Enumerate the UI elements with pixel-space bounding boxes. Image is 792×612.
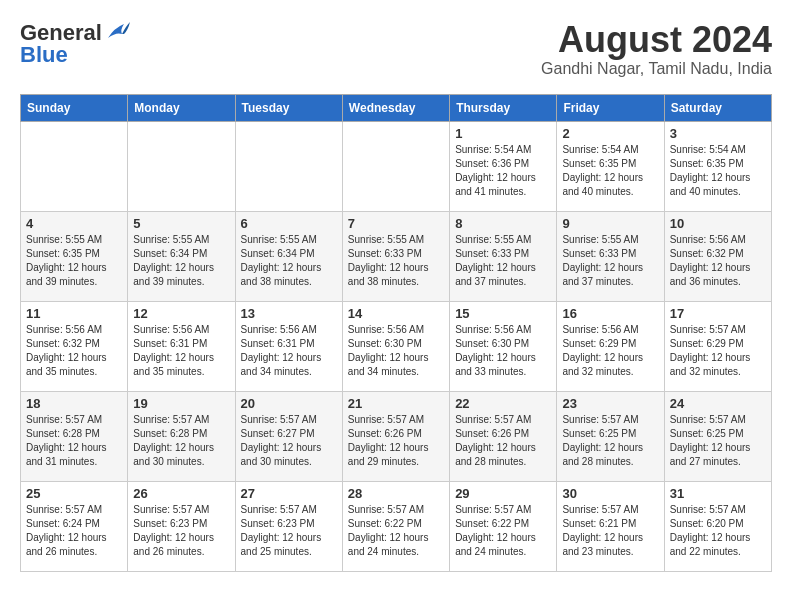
day-info: Sunrise: 5:57 AM Sunset: 6:22 PM Dayligh… <box>455 503 551 559</box>
day-number: 26 <box>133 486 229 501</box>
day-info: Sunrise: 5:57 AM Sunset: 6:29 PM Dayligh… <box>670 323 766 379</box>
calendar-cell: 11Sunrise: 5:56 AM Sunset: 6:32 PM Dayli… <box>21 301 128 391</box>
calendar-cell <box>235 121 342 211</box>
day-info: Sunrise: 5:56 AM Sunset: 6:32 PM Dayligh… <box>670 233 766 289</box>
calendar-cell: 24Sunrise: 5:57 AM Sunset: 6:25 PM Dayli… <box>664 391 771 481</box>
col-header-wednesday: Wednesday <box>342 94 449 121</box>
calendar-week-5: 25Sunrise: 5:57 AM Sunset: 6:24 PM Dayli… <box>21 481 772 571</box>
day-info: Sunrise: 5:55 AM Sunset: 6:34 PM Dayligh… <box>133 233 229 289</box>
day-info: Sunrise: 5:55 AM Sunset: 6:33 PM Dayligh… <box>348 233 444 289</box>
calendar-cell: 12Sunrise: 5:56 AM Sunset: 6:31 PM Dayli… <box>128 301 235 391</box>
day-number: 30 <box>562 486 658 501</box>
title-section: August 2024 Gandhi Nagar, Tamil Nadu, In… <box>541 20 772 78</box>
day-number: 10 <box>670 216 766 231</box>
day-info: Sunrise: 5:55 AM Sunset: 6:35 PM Dayligh… <box>26 233 122 289</box>
calendar-cell: 16Sunrise: 5:56 AM Sunset: 6:29 PM Dayli… <box>557 301 664 391</box>
calendar-cell <box>21 121 128 211</box>
day-number: 8 <box>455 216 551 231</box>
col-header-saturday: Saturday <box>664 94 771 121</box>
day-number: 5 <box>133 216 229 231</box>
col-header-monday: Monday <box>128 94 235 121</box>
day-info: Sunrise: 5:57 AM Sunset: 6:24 PM Dayligh… <box>26 503 122 559</box>
location: Gandhi Nagar, Tamil Nadu, India <box>541 60 772 78</box>
calendar-cell: 5Sunrise: 5:55 AM Sunset: 6:34 PM Daylig… <box>128 211 235 301</box>
day-number: 4 <box>26 216 122 231</box>
day-number: 16 <box>562 306 658 321</box>
day-number: 21 <box>348 396 444 411</box>
day-number: 31 <box>670 486 766 501</box>
day-info: Sunrise: 5:55 AM Sunset: 6:33 PM Dayligh… <box>455 233 551 289</box>
day-info: Sunrise: 5:57 AM Sunset: 6:26 PM Dayligh… <box>348 413 444 469</box>
calendar-week-2: 4Sunrise: 5:55 AM Sunset: 6:35 PM Daylig… <box>21 211 772 301</box>
day-number: 17 <box>670 306 766 321</box>
calendar-cell: 28Sunrise: 5:57 AM Sunset: 6:22 PM Dayli… <box>342 481 449 571</box>
day-info: Sunrise: 5:57 AM Sunset: 6:21 PM Dayligh… <box>562 503 658 559</box>
day-info: Sunrise: 5:57 AM Sunset: 6:23 PM Dayligh… <box>133 503 229 559</box>
logo-blue: Blue <box>20 42 68 68</box>
calendar-week-1: 1Sunrise: 5:54 AM Sunset: 6:36 PM Daylig… <box>21 121 772 211</box>
day-number: 11 <box>26 306 122 321</box>
logo-bird-icon <box>104 20 132 42</box>
day-info: Sunrise: 5:57 AM Sunset: 6:23 PM Dayligh… <box>241 503 337 559</box>
calendar-cell: 17Sunrise: 5:57 AM Sunset: 6:29 PM Dayli… <box>664 301 771 391</box>
page-header: General Blue August 2024 Gandhi Nagar, T… <box>20 20 772 78</box>
calendar-cell: 2Sunrise: 5:54 AM Sunset: 6:35 PM Daylig… <box>557 121 664 211</box>
calendar-cell: 14Sunrise: 5:56 AM Sunset: 6:30 PM Dayli… <box>342 301 449 391</box>
day-number: 27 <box>241 486 337 501</box>
day-number: 19 <box>133 396 229 411</box>
day-info: Sunrise: 5:54 AM Sunset: 6:36 PM Dayligh… <box>455 143 551 199</box>
day-number: 15 <box>455 306 551 321</box>
calendar-cell: 6Sunrise: 5:55 AM Sunset: 6:34 PM Daylig… <box>235 211 342 301</box>
calendar-cell: 7Sunrise: 5:55 AM Sunset: 6:33 PM Daylig… <box>342 211 449 301</box>
day-number: 18 <box>26 396 122 411</box>
day-number: 6 <box>241 216 337 231</box>
calendar-cell: 23Sunrise: 5:57 AM Sunset: 6:25 PM Dayli… <box>557 391 664 481</box>
calendar-cell: 10Sunrise: 5:56 AM Sunset: 6:32 PM Dayli… <box>664 211 771 301</box>
day-info: Sunrise: 5:56 AM Sunset: 6:30 PM Dayligh… <box>348 323 444 379</box>
calendar-cell: 27Sunrise: 5:57 AM Sunset: 6:23 PM Dayli… <box>235 481 342 571</box>
calendar-cell <box>342 121 449 211</box>
day-number: 14 <box>348 306 444 321</box>
calendar-cell: 9Sunrise: 5:55 AM Sunset: 6:33 PM Daylig… <box>557 211 664 301</box>
calendar-cell: 26Sunrise: 5:57 AM Sunset: 6:23 PM Dayli… <box>128 481 235 571</box>
day-info: Sunrise: 5:55 AM Sunset: 6:34 PM Dayligh… <box>241 233 337 289</box>
logo: General Blue <box>20 20 132 68</box>
day-number: 9 <box>562 216 658 231</box>
day-info: Sunrise: 5:57 AM Sunset: 6:26 PM Dayligh… <box>455 413 551 469</box>
col-header-friday: Friday <box>557 94 664 121</box>
calendar-cell: 19Sunrise: 5:57 AM Sunset: 6:28 PM Dayli… <box>128 391 235 481</box>
day-info: Sunrise: 5:54 AM Sunset: 6:35 PM Dayligh… <box>562 143 658 199</box>
day-number: 1 <box>455 126 551 141</box>
calendar-cell: 30Sunrise: 5:57 AM Sunset: 6:21 PM Dayli… <box>557 481 664 571</box>
day-number: 29 <box>455 486 551 501</box>
day-info: Sunrise: 5:56 AM Sunset: 6:30 PM Dayligh… <box>455 323 551 379</box>
day-info: Sunrise: 5:57 AM Sunset: 6:25 PM Dayligh… <box>562 413 658 469</box>
day-number: 20 <box>241 396 337 411</box>
calendar-cell: 25Sunrise: 5:57 AM Sunset: 6:24 PM Dayli… <box>21 481 128 571</box>
calendar-cell: 18Sunrise: 5:57 AM Sunset: 6:28 PM Dayli… <box>21 391 128 481</box>
day-number: 7 <box>348 216 444 231</box>
day-info: Sunrise: 5:56 AM Sunset: 6:31 PM Dayligh… <box>241 323 337 379</box>
calendar-cell: 31Sunrise: 5:57 AM Sunset: 6:20 PM Dayli… <box>664 481 771 571</box>
day-info: Sunrise: 5:57 AM Sunset: 6:20 PM Dayligh… <box>670 503 766 559</box>
calendar-cell: 22Sunrise: 5:57 AM Sunset: 6:26 PM Dayli… <box>450 391 557 481</box>
calendar-cell: 1Sunrise: 5:54 AM Sunset: 6:36 PM Daylig… <box>450 121 557 211</box>
day-info: Sunrise: 5:57 AM Sunset: 6:22 PM Dayligh… <box>348 503 444 559</box>
col-header-thursday: Thursday <box>450 94 557 121</box>
day-info: Sunrise: 5:54 AM Sunset: 6:35 PM Dayligh… <box>670 143 766 199</box>
calendar-table: SundayMondayTuesdayWednesdayThursdayFrid… <box>20 94 772 572</box>
col-header-sunday: Sunday <box>21 94 128 121</box>
day-number: 25 <box>26 486 122 501</box>
day-info: Sunrise: 5:57 AM Sunset: 6:28 PM Dayligh… <box>26 413 122 469</box>
calendar-header-row: SundayMondayTuesdayWednesdayThursdayFrid… <box>21 94 772 121</box>
day-info: Sunrise: 5:57 AM Sunset: 6:28 PM Dayligh… <box>133 413 229 469</box>
calendar-cell: 4Sunrise: 5:55 AM Sunset: 6:35 PM Daylig… <box>21 211 128 301</box>
calendar-cell: 3Sunrise: 5:54 AM Sunset: 6:35 PM Daylig… <box>664 121 771 211</box>
day-info: Sunrise: 5:57 AM Sunset: 6:27 PM Dayligh… <box>241 413 337 469</box>
col-header-tuesday: Tuesday <box>235 94 342 121</box>
calendar-week-4: 18Sunrise: 5:57 AM Sunset: 6:28 PM Dayli… <box>21 391 772 481</box>
calendar-cell: 8Sunrise: 5:55 AM Sunset: 6:33 PM Daylig… <box>450 211 557 301</box>
day-number: 22 <box>455 396 551 411</box>
day-info: Sunrise: 5:56 AM Sunset: 6:31 PM Dayligh… <box>133 323 229 379</box>
calendar-cell: 13Sunrise: 5:56 AM Sunset: 6:31 PM Dayli… <box>235 301 342 391</box>
